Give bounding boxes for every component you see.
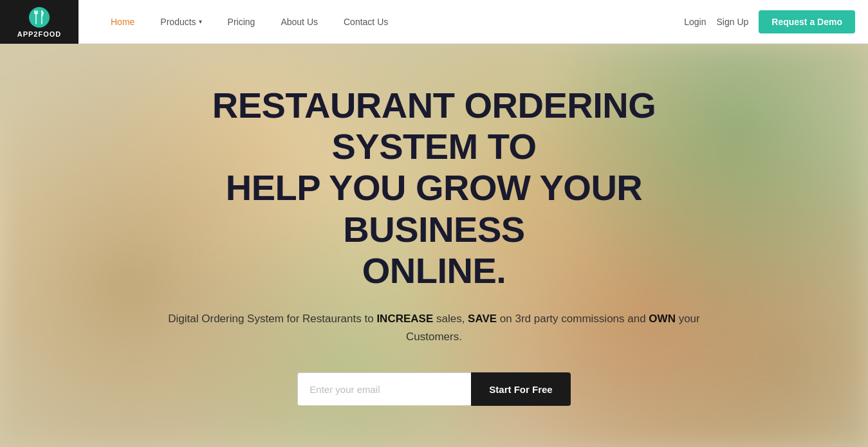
- hero-title: RESTAURANT ORDERING SYSTEM TO HELP YOU G…: [158, 85, 711, 292]
- nav-products[interactable]: Products ▾: [147, 0, 214, 44]
- svg-point-0: [29, 7, 50, 28]
- nav-contact[interactable]: Contact Us: [331, 0, 401, 44]
- nav-right: Login Sign Up Request a Demo: [684, 10, 855, 33]
- logo-text: APP2FOOD: [17, 30, 62, 38]
- nav-about[interactable]: About Us: [268, 0, 331, 44]
- navbar: APP2FOOD Home Products ▾ Pricing About U…: [0, 0, 868, 44]
- nav-pricing[interactable]: Pricing: [215, 0, 268, 44]
- nav-links: Home Products ▾ Pricing About Us Contact…: [98, 0, 684, 44]
- nav-home[interactable]: Home: [98, 0, 147, 44]
- email-input[interactable]: [297, 372, 471, 406]
- chevron-down-icon: ▾: [199, 18, 202, 25]
- start-free-button[interactable]: Start For Free: [471, 372, 570, 406]
- signup-link[interactable]: Sign Up: [716, 17, 748, 27]
- request-demo-button[interactable]: Request a Demo: [759, 10, 855, 33]
- hero-content: RESTAURANT ORDERING SYSTEM TO HELP YOU G…: [145, 85, 724, 406]
- hero-subtitle: Digital Ordering System for Restaurants …: [158, 310, 711, 347]
- login-link[interactable]: Login: [684, 17, 706, 27]
- logo[interactable]: APP2FOOD: [0, 0, 78, 44]
- hero-section: RESTAURANT ORDERING SYSTEM TO HELP YOU G…: [0, 44, 868, 447]
- hero-form: Start For Free: [158, 372, 711, 406]
- fork-knife-icon: [28, 6, 51, 29]
